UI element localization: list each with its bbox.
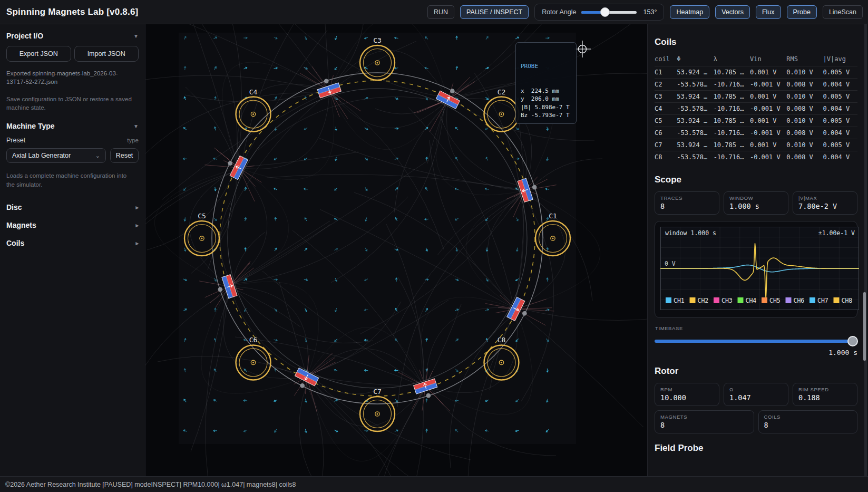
pause-inspect-button[interactable]: PAUSE / INSPECT	[460, 5, 529, 19]
scope-section-title: Scope	[655, 175, 857, 185]
legend-swatch-ch8	[834, 297, 840, 303]
section-project-io[interactable]: Project I/O ▼	[6, 32, 139, 40]
timebase-value: 1.000 s	[655, 349, 857, 356]
coil-label: C3	[373, 36, 382, 44]
svg-text:±1.00e-1 V: ±1.00e-1 V	[818, 229, 855, 237]
magnet-pivot-dot	[426, 393, 431, 398]
probe-tooltip-line: y 206.0 mm	[521, 95, 571, 103]
table-header-row: coilΦλVinRMS|V|avg	[655, 54, 857, 66]
project-io-help-text: Save configuration to JSON or restore a …	[6, 95, 132, 112]
oscilloscope-panel: window 1.000 s±1.00e-1 V0 VCH1CH2CH3CH4C…	[655, 221, 857, 318]
app-title: Spinning Magnets Lab [v0.8.6]	[6, 7, 138, 17]
toggle-vectors-button[interactable]: Vectors	[715, 5, 750, 19]
rotor-angle-slider[interactable]	[581, 7, 637, 17]
preset-type-label: type	[127, 137, 139, 143]
toggle-flux-button[interactable]: Flux	[756, 5, 781, 19]
coil-label: C8	[498, 336, 506, 344]
caret-right-icon: ▸	[135, 222, 139, 229]
right-panel: Coils coilΦλVinRMS|V|avgC153.924 …10.785…	[647, 24, 868, 476]
rotor-stats-row2: MAGNETS8COILS8	[655, 410, 857, 433]
coil-label: C2	[498, 88, 506, 96]
caret-right-icon: ▸	[135, 240, 139, 247]
legend-swatch-ch5	[762, 297, 767, 303]
timebase-slider-thumb[interactable]	[847, 336, 858, 346]
right-panel-scrollbar[interactable]	[864, 24, 867, 476]
legend-swatch-ch6	[786, 297, 792, 303]
coil-label: C6	[249, 336, 258, 344]
legend-swatch-ch1	[666, 297, 671, 303]
timebase-slider-track[interactable]	[655, 340, 857, 343]
svg-text:CH3: CH3	[721, 297, 733, 304]
legend-swatch-ch4	[738, 297, 744, 303]
svg-text:CH1: CH1	[674, 297, 685, 304]
magnet-pivot-dot	[228, 161, 232, 166]
probe-tooltip: PROBE x 224.5 mmy 206.0 mm|B| 5.898e-7 T…	[515, 42, 577, 124]
probe-tooltip-line: Bz -5.793e-7 T	[521, 111, 571, 120]
status-text: ©2026 Aether Research Institute [PAUSED]…	[5, 481, 296, 488]
status-bar: ©2026 Aether Research Institute [PAUSED]…	[0, 476, 868, 492]
reset-button[interactable]: Reset	[110, 148, 139, 163]
probe-tooltip-title: PROBE	[521, 62, 571, 71]
field-probe-section-title: Field Probe	[655, 443, 857, 454]
stat-: Ω1.047	[724, 383, 788, 406]
section-machine-type[interactable]: Machine Type ▼	[6, 122, 139, 130]
stat-vmax: |V|MAX7.80e-2 V	[793, 191, 857, 215]
magnet-pivot-dot	[522, 311, 527, 316]
legend-swatch-ch3	[714, 297, 719, 303]
preset-select[interactable]: Axial Lab Generator ⌄	[6, 148, 106, 163]
rotor-angle-control: Rotor Angle 153°	[534, 4, 664, 21]
caret-down-icon: ▼	[133, 33, 139, 39]
stat-rimspeed: RIM SPEED0.188	[793, 383, 857, 406]
coil-row-C6: C6-53.578…-10.716…-0.001 V0.008 V0.004 V	[655, 127, 857, 139]
toggle-probe-button[interactable]: Probe	[787, 5, 817, 19]
coil-row-C4: C4-53.578…-10.716…-0.001 V0.008 V0.004 V	[655, 103, 857, 115]
project-io-title: Project I/O	[6, 32, 43, 40]
stat-magnets: MAGNETS8	[655, 410, 754, 433]
coils-section-title: Coils	[655, 37, 857, 47]
preset-label: Preset	[6, 137, 25, 144]
machine-type-title: Machine Type	[6, 122, 55, 130]
coil-label: C5	[198, 212, 206, 220]
sidebar-section-magnets[interactable]: Magnets▸	[6, 216, 139, 234]
magnet-pivot-dot	[532, 185, 537, 190]
rotor-angle-slider-thumb[interactable]	[600, 7, 610, 17]
probe-tooltip-line: x 224.5 mm	[521, 87, 571, 95]
coil-label: C4	[249, 88, 258, 96]
top-bar-controls: RUN PAUSE / INSPECT Rotor Angle 153° Hea…	[427, 4, 863, 21]
collapsed-sections: Disc▸Magnets▸Coils▸	[6, 198, 139, 252]
simulation-canvas[interactable]: C1C2C3C4C5C6C7C8 PROBE x 224.5 mmy 206.0…	[145, 24, 647, 476]
top-bar: Spinning Magnets Lab [v0.8.6] RUN PAUSE …	[0, 0, 868, 24]
legend-swatch-ch7	[810, 297, 815, 303]
export-json-button[interactable]: Export JSON	[6, 46, 71, 62]
legend-swatch-ch2	[690, 297, 696, 303]
toggle-linescan-button[interactable]: LineScan	[823, 5, 863, 19]
coil-row-C3: C353.924 …10.785 …0.001 V0.010 V0.005 V	[655, 91, 857, 103]
magnet-pivot-dot	[218, 287, 223, 292]
preset-select-value: Axial Lab Generator	[12, 152, 71, 159]
coil-row-C2: C2-53.578…-10.716…-0.001 V0.008 V0.004 V	[655, 79, 857, 91]
rotor-section-title: Rotor	[655, 366, 857, 377]
stat-rpm: RPM10.000	[655, 383, 719, 406]
stat-traces: TRACES8	[655, 191, 719, 215]
sidebar-section-disc[interactable]: Disc▸	[6, 198, 139, 216]
toggle-heatmap-button[interactable]: Heatmap	[670, 5, 709, 19]
oscilloscope-plot: window 1.000 s±1.00e-1 V0 VCH1CH2CH3CH4C…	[660, 227, 859, 310]
svg-text:CH7: CH7	[817, 297, 828, 304]
left-sidebar: Project I/O ▼ Export JSON Import JSON Ex…	[0, 24, 145, 476]
right-panel-scrollbar-thumb[interactable]	[863, 292, 866, 361]
timebase-label: TIMEBASE	[655, 325, 857, 331]
svg-text:CH2: CH2	[698, 297, 709, 304]
run-button[interactable]: RUN	[427, 5, 454, 19]
probe-tooltip-line: |B| 5.898e-7 T	[521, 103, 571, 112]
svg-text:CH4: CH4	[746, 297, 757, 304]
sidebar-section-coils[interactable]: Coils▸	[6, 234, 139, 252]
chevron-down-icon: ⌄	[95, 152, 100, 159]
view-toggle-buttons: HeatmapVectorsFluxProbeLineScan	[670, 5, 863, 19]
import-json-button[interactable]: Import JSON	[74, 46, 139, 62]
svg-text:CH5: CH5	[769, 297, 781, 304]
svg-text:0 V: 0 V	[665, 260, 676, 267]
magnet-pivot-dot	[300, 383, 305, 388]
rotor-angle-value: 153°	[642, 8, 657, 16]
timebase-slider[interactable]	[655, 336, 857, 346]
rotor-stats-row1: RPM10.000Ω1.047RIM SPEED0.188	[655, 383, 857, 406]
